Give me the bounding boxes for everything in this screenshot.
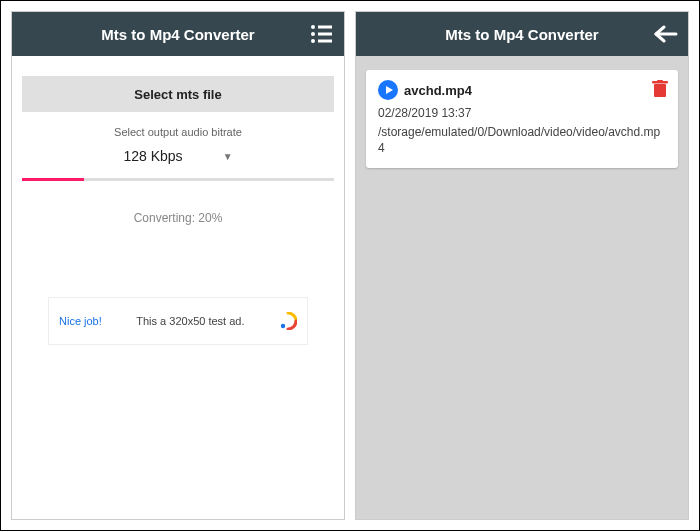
ad-text: This a 320x50 test ad. (116, 315, 265, 327)
file-date: 02/28/2019 13:37 (378, 106, 666, 120)
play-icon[interactable] (378, 80, 398, 100)
app-title: Mts to Mp4 Converter (101, 26, 254, 43)
file-list-screen: Mts to Mp4 Converter avchd.mp4 02/28/201… (355, 11, 689, 520)
main-body: Select mts file Select output audio bitr… (12, 56, 344, 345)
ad-banner[interactable]: Nice job! This a 320x50 test ad. (48, 297, 308, 345)
bitrate-value: 128 Kbps (123, 148, 182, 164)
svg-rect-1 (318, 26, 332, 29)
app-header: Mts to Mp4 Converter (12, 12, 344, 56)
converter-screen: Mts to Mp4 Converter Select mts file Sel… (11, 11, 345, 520)
svg-point-0 (311, 25, 315, 29)
svg-point-2 (311, 32, 315, 36)
file-path: /storage/emulated/0/Download/video/video… (378, 124, 666, 156)
delete-icon[interactable] (652, 80, 668, 101)
select-file-button[interactable]: Select mts file (22, 76, 334, 112)
svg-rect-3 (318, 33, 332, 36)
converting-status: Converting: 20% (22, 211, 334, 225)
progress-bar (22, 178, 334, 181)
progress-fill (22, 178, 84, 181)
bitrate-label: Select output audio bitrate (22, 126, 334, 138)
svg-rect-10 (657, 80, 663, 82)
svg-rect-5 (318, 40, 332, 43)
file-card[interactable]: avchd.mp4 02/28/2019 13:37 /storage/emul… (366, 70, 678, 168)
svg-point-6 (281, 324, 285, 328)
file-name: avchd.mp4 (404, 83, 472, 98)
menu-list-icon[interactable] (310, 12, 334, 56)
back-arrow-icon[interactable] (654, 12, 678, 56)
admob-icon (279, 312, 297, 330)
svg-rect-8 (654, 84, 666, 97)
ad-nice-label: Nice job! (59, 315, 102, 327)
app-title: Mts to Mp4 Converter (445, 26, 598, 43)
chevron-down-icon: ▼ (223, 151, 233, 162)
bitrate-dropdown[interactable]: 128 Kbps ▼ (22, 148, 334, 164)
svg-point-4 (311, 39, 315, 43)
app-header: Mts to Mp4 Converter (356, 12, 688, 56)
